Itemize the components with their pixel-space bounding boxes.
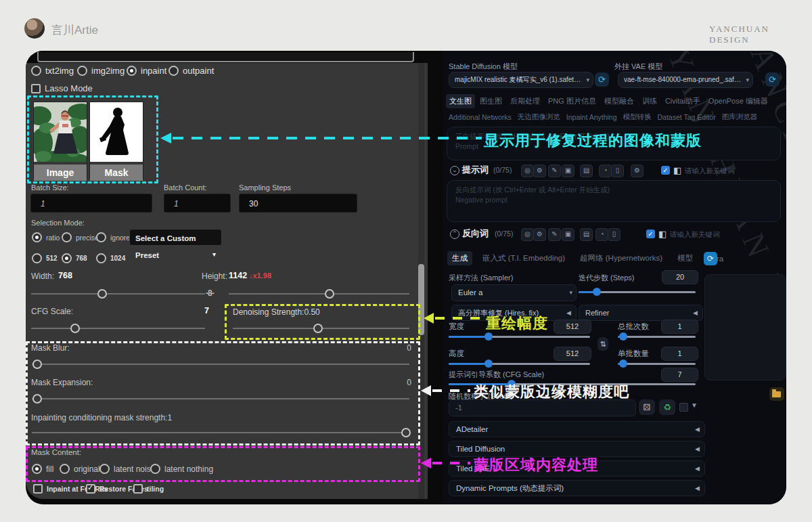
prompt-input-partial[interactable] xyxy=(37,52,414,62)
width-cn-value[interactable]: 512 xyxy=(554,320,591,334)
card-icon[interactable]: ▣ xyxy=(562,165,574,177)
dynamic-prompts-section[interactable]: Dynamic Prompts (动态提示词) ◀ xyxy=(449,480,705,496)
mode-outpaint[interactable]: outpaint xyxy=(168,66,214,76)
radio-icon-selected[interactable] xyxy=(32,232,42,242)
slider-thumb[interactable] xyxy=(593,288,601,296)
keyword-checkbox-checked[interactable]: ✓ xyxy=(661,166,670,175)
radio-icon[interactable] xyxy=(32,253,42,263)
keyword-input[interactable]: 请输入新关键词 xyxy=(670,230,720,240)
tab-infinite-image-browser[interactable]: 无边图像浏览 xyxy=(518,112,560,122)
toggle-panel-icon[interactable]: ◧ xyxy=(658,230,667,238)
tab-ti-embedding[interactable]: 嵌入式 (T.I. Embedding) xyxy=(478,251,570,265)
tab-civitai-helper[interactable]: Civitai助手 xyxy=(662,94,704,108)
selection-ignore[interactable]: ignore xyxy=(96,232,130,242)
slider-thumb[interactable] xyxy=(97,289,107,299)
batch-size-cn-slider[interactable] xyxy=(618,363,696,365)
height-cn-slider[interactable] xyxy=(449,363,590,365)
globe-icon[interactable]: ◎ xyxy=(521,228,534,241)
steps-value[interactable]: 20 xyxy=(662,270,698,284)
radio-icon[interactable] xyxy=(96,253,106,263)
extra-seed-checkbox[interactable] xyxy=(679,403,688,412)
radio-icon[interactable] xyxy=(77,66,87,76)
checkbox-icon[interactable] xyxy=(31,84,41,93)
mode-img2img[interactable]: img2img xyxy=(77,66,125,76)
radio-icon[interactable] xyxy=(96,232,106,242)
batch-size-input[interactable]: 1 xyxy=(30,194,152,213)
height-cn-value[interactable]: 512 xyxy=(554,347,591,361)
tab-additional-networks[interactable]: Additional Networks xyxy=(449,113,512,121)
globe-icon[interactable]: ◎ xyxy=(521,165,534,177)
settings-icon[interactable]: ⚙ xyxy=(631,165,644,177)
tab-generate[interactable]: 生成 xyxy=(447,251,472,265)
batch-size-cn-value[interactable]: 1 xyxy=(661,347,698,361)
tab-model-converter[interactable]: 模型转换 xyxy=(623,112,652,122)
tab-dataset-tag-editor[interactable]: Dataset Tag Editor xyxy=(658,113,716,121)
recycle-seed-icon[interactable]: ♻ xyxy=(659,399,675,415)
tab-extras[interactable]: 后期处理 xyxy=(507,94,543,108)
slider-thumb[interactable] xyxy=(70,324,80,333)
cfg-slider[interactable] xyxy=(31,328,205,329)
slider-thumb[interactable] xyxy=(619,332,627,341)
list-icon[interactable]: ▤ xyxy=(580,228,593,241)
sampler-dropdown[interactable]: Euler a ▾ xyxy=(451,284,577,301)
refresh-vae-button[interactable]: ⟳ xyxy=(765,72,780,87)
lasso-mode-checkbox[interactable]: Lasso Mode xyxy=(31,83,93,93)
mode-inpaint[interactable]: inpaint xyxy=(127,66,166,76)
link-dimensions-icon[interactable]: -8- xyxy=(206,288,214,298)
preset-768[interactable]: 768 xyxy=(62,253,87,263)
trash-icon[interactable]: ▯ xyxy=(608,228,621,241)
custom-preset-dropdown[interactable]: Select a Custom Preset ▾ xyxy=(129,229,222,246)
tab-image-browser[interactable]: 图库浏览器 xyxy=(722,112,758,122)
radio-icon[interactable] xyxy=(62,232,72,242)
preset-512[interactable]: 512 xyxy=(32,253,58,263)
edit-icon[interactable]: ✎ xyxy=(548,228,561,241)
width-cn-slider[interactable] xyxy=(449,336,590,338)
tiling-checkbox[interactable]: tiling xyxy=(133,484,164,494)
history-icon[interactable]: ◔ xyxy=(595,228,608,241)
preset-1024[interactable]: 1024 xyxy=(96,253,125,263)
sampling-steps-input[interactable]: 30 xyxy=(239,194,357,213)
mode-txt2img[interactable]: txt2img xyxy=(31,66,74,76)
sd-model-dropdown[interactable]: majicMIX realistic 麦橘写实_v6 (1).safetenso… xyxy=(449,72,593,88)
checkbox-icon[interactable] xyxy=(133,484,143,494)
tab-png-info[interactable]: PNG 图片信息 xyxy=(545,94,600,108)
batch-count-cn-value[interactable]: 1 xyxy=(661,320,698,334)
swap-dimensions-button[interactable]: ⇅ xyxy=(597,337,608,351)
avatar[interactable] xyxy=(24,18,45,39)
toggle-panel-icon[interactable]: ◧ xyxy=(673,166,681,175)
slider-thumb[interactable] xyxy=(325,289,334,299)
tab-img2img[interactable]: 图生图 xyxy=(476,94,505,108)
height-slider[interactable] xyxy=(229,293,409,295)
card-icon[interactable]: ▣ xyxy=(562,228,574,241)
slider-thumb[interactable] xyxy=(619,360,627,368)
refiner-section[interactable]: Refiner ◀ xyxy=(579,305,703,321)
collapse-prompt-icon[interactable]: ⌄ xyxy=(450,166,459,175)
vae-model-dropdown[interactable]: vae-ft-mse-840000-ema-pruned_.safetensor… xyxy=(618,72,753,88)
slider-thumb[interactable] xyxy=(484,360,493,368)
trash-icon[interactable]: ▯ xyxy=(611,165,624,177)
checkbox-icon[interactable] xyxy=(33,484,43,494)
collapse-negative-icon[interactable]: ⌃ xyxy=(450,230,459,239)
selection-ratio[interactable]: ratio xyxy=(32,232,60,242)
negative-prompt-textarea[interactable]: 反向提示词 (按 Ctrl+Enter 或 Alt+Enter 开始生成) Ne… xyxy=(447,180,781,222)
tab-checkpoint-merger[interactable]: 模型融合 xyxy=(601,94,637,108)
gear-icon[interactable]: ⚙ xyxy=(533,228,546,241)
keyword-checkbox-checked[interactable]: ✓ xyxy=(646,230,655,238)
open-folder-button[interactable] xyxy=(769,387,784,401)
radio-icon-selected[interactable] xyxy=(62,253,72,263)
gear-icon[interactable]: ⚙ xyxy=(533,165,546,177)
batch-count-input[interactable]: 1 xyxy=(164,194,231,213)
steps-slider[interactable] xyxy=(579,291,696,293)
edit-icon[interactable]: ✎ xyxy=(548,165,561,177)
checkbox-checked-icon[interactable] xyxy=(86,484,95,494)
tab-models[interactable]: 模型 xyxy=(673,251,698,265)
radio-icon-selected[interactable] xyxy=(127,66,137,76)
dice-icon[interactable]: ⚄ xyxy=(639,399,655,415)
tab-openpose-editor[interactable]: OpenPose 编辑器 xyxy=(705,94,771,108)
tab-hypernetworks[interactable]: 超网络 (Hypernetworks) xyxy=(575,251,667,265)
tab-inpaint-anything[interactable]: Inpaint Anything xyxy=(566,113,617,121)
width-slider[interactable] xyxy=(31,293,205,295)
selection-precise[interactable]: precise xyxy=(62,232,99,242)
list-icon[interactable]: ▤ xyxy=(580,165,593,177)
history-icon[interactable]: ◔ xyxy=(599,165,612,177)
